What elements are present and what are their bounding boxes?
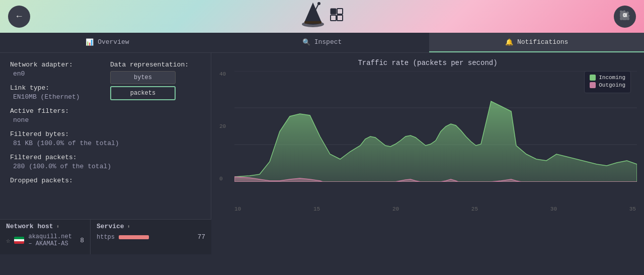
back-icon: ← <box>15 11 24 22</box>
data-representation-row: Data representation: bytes packets <box>110 60 201 100</box>
service-name: https <box>97 234 115 241</box>
x-label-20: 20 <box>392 206 399 212</box>
filtered-packets-label: Filtered packets: <box>10 154 77 161</box>
tab-notifications-label: Notifications <box>517 38 568 46</box>
svg-marker-1 <box>304 3 321 22</box>
x-label-10: 10 <box>234 206 241 212</box>
info-section: Network adapter: en0 Link type: EN10MB (… <box>0 53 211 219</box>
app-logo <box>300 0 344 33</box>
sort-icon[interactable]: ⬍ <box>56 224 59 230</box>
network-adapter-value: en0 <box>10 70 25 78</box>
legend-incoming: Incoming <box>590 75 625 81</box>
table-row: ☆ akaquill.net – AKAMAI-AS 8 <box>6 232 84 248</box>
bytes-button[interactable]: bytes <box>110 71 176 84</box>
link-type-label: Link type: <box>10 84 49 92</box>
network-host-section: Network host ⬍ ☆ akaquill.net – AKAMAI-A… <box>0 220 91 254</box>
service-bar <box>119 235 149 239</box>
legend-outgoing: Outgoing <box>590 82 625 88</box>
chart-panel: Traffic rate (packets per second) 40 20 … <box>211 53 644 275</box>
network-adapter-row: Network adapter: en0 <box>10 60 110 78</box>
tab-overview[interactable]: 📊 Overview <box>0 33 215 52</box>
service-header: Service ⬍ <box>97 223 205 230</box>
nav-tabs: 📊 Overview 🔍 Inspect 🔔 Notifications <box>0 33 644 53</box>
country-flag-it <box>14 237 24 244</box>
bottom-tables: Network host ⬍ ☆ akaquill.net – AKAMAI-A… <box>0 219 211 254</box>
x-axis: 10 15 20 25 30 35 <box>234 206 636 212</box>
filtered-packets-row: Filtered packets: 280 (100.0% of the tot… <box>10 153 201 171</box>
tab-notifications[interactable]: 🔔 Notifications <box>429 33 644 52</box>
service-sort-icon[interactable]: ⬍ <box>127 224 130 230</box>
chart-title: Traffic rate (packets per second) <box>219 59 636 67</box>
service-row: https 77 <box>97 232 205 242</box>
svg-rect-8 <box>331 15 336 21</box>
dropped-packets-label: Dropped packets: <box>10 177 73 184</box>
network-host-header: Network host ⬍ <box>6 223 84 230</box>
tab-inspect-label: Inspect <box>314 38 342 46</box>
filtered-bytes-row: Filtered bytes: 81 KB (100.0% of the tot… <box>10 129 201 148</box>
x-label-35: 35 <box>629 206 636 212</box>
incoming-label: Incoming <box>599 75 625 81</box>
service-section: Service ⬍ https 77 <box>91 220 211 254</box>
active-filters-value: none <box>10 116 29 124</box>
incoming-area <box>234 101 637 182</box>
main-content: Network adapter: en0 Link type: EN10MB (… <box>0 53 644 275</box>
svg-text:✕: ✕ <box>622 11 628 19</box>
filtered-bytes-value: 81 KB (100.0% of the total) <box>10 140 119 147</box>
logo-witch-icon <box>300 0 326 33</box>
svg-rect-5 <box>304 21 321 24</box>
y-axis: 40 20 0 <box>219 71 228 182</box>
service-count: 77 <box>197 233 205 241</box>
y-label-40: 40 <box>219 71 226 77</box>
inspect-icon: 🔍 <box>302 38 310 46</box>
left-panel: Network adapter: en0 Link type: EN10MB (… <box>0 53 211 275</box>
network-host-title: Network host <box>6 223 53 230</box>
x-label-15: 15 <box>313 206 320 212</box>
chart-legend: Incoming Outgoing <box>584 71 631 93</box>
x-label-25: 25 <box>471 206 478 212</box>
dropped-packets-row: Dropped packets: <box>10 176 201 185</box>
packets-button[interactable]: packets <box>110 86 176 100</box>
logo-grid-icon <box>330 8 344 25</box>
svg-rect-6 <box>331 9 336 14</box>
traffic-chart-svg <box>234 71 637 182</box>
y-label-0: 0 <box>219 176 226 182</box>
svg-rect-9 <box>337 15 343 21</box>
network-adapter-label: Network adapter: <box>10 61 73 68</box>
back-button[interactable]: ← <box>8 6 30 28</box>
service-title: Service <box>97 223 124 230</box>
link-type-value: EN10MB (Ethernet) <box>10 93 80 101</box>
tab-overview-label: Overview <box>98 38 129 46</box>
filtered-bytes-label: Filtered bytes: <box>10 130 69 138</box>
overview-icon: 📊 <box>86 38 94 46</box>
settings-button[interactable]: ✕ <box>614 6 636 28</box>
notifications-icon: 🔔 <box>505 38 513 46</box>
svg-point-4 <box>317 2 320 5</box>
incoming-dot <box>590 75 596 81</box>
active-filters-label: Active filters: <box>10 107 69 115</box>
settings-icon: ✕ <box>620 10 630 23</box>
data-rep-label: Data representation: <box>110 61 189 68</box>
header: ← ✕ <box>0 0 644 33</box>
outgoing-dot <box>590 82 596 88</box>
outgoing-label: Outgoing <box>599 82 625 88</box>
svg-rect-7 <box>337 9 343 14</box>
x-label-30: 30 <box>550 206 557 212</box>
tab-inspect[interactable]: 🔍 Inspect <box>215 33 430 52</box>
star-icon[interactable]: ☆ <box>6 236 10 245</box>
link-type-row: Link type: EN10MB (Ethernet) <box>10 83 110 101</box>
filtered-packets-value: 280 (100.0% of the total) <box>10 163 111 170</box>
chart-area: 40 20 0 <box>219 71 636 202</box>
host-count: 8 <box>80 237 84 244</box>
y-label-20: 20 <box>219 123 226 129</box>
host-name: akaquill.net – AKAMAI-AS <box>28 233 76 247</box>
svg-line-3 <box>315 4 318 10</box>
active-filters-row: Active filters: none <box>10 106 201 124</box>
